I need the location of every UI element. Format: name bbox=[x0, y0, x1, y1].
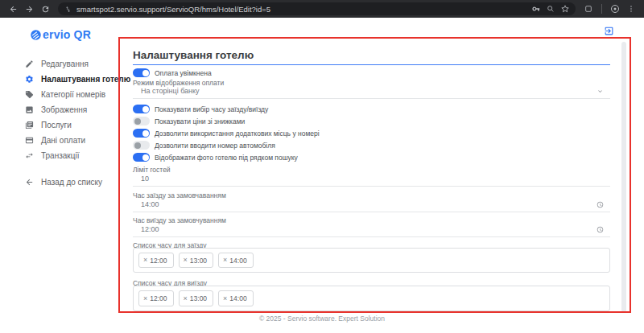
sidebar-item-edit[interactable]: Редагування bbox=[25, 56, 130, 72]
remove-chip-icon[interactable]: × bbox=[143, 257, 147, 264]
guest-limit-input[interactable]: 10 bbox=[133, 174, 610, 187]
time-chip: × 12:00 bbox=[138, 253, 174, 268]
toggle-row-extra-beds: Дозволити використання додаткових місць … bbox=[133, 129, 320, 138]
sidebar-item-label: Послуги bbox=[41, 121, 72, 130]
chip-label: 14:00 bbox=[229, 294, 246, 302]
back-arrow-icon bbox=[25, 178, 34, 187]
sidebar-item-transactions[interactable]: Транзакції bbox=[25, 148, 130, 163]
sidebar-item-label: Назад до списку bbox=[41, 178, 102, 187]
clock-icon[interactable] bbox=[597, 226, 604, 236]
default-checkout-value: 12:00 bbox=[141, 225, 159, 233]
guest-limit-value: 10 bbox=[141, 175, 149, 183]
default-checkout-label: Час виїзду за замовчуванням bbox=[133, 216, 226, 224]
sidebar-item-hotel-settings[interactable]: Налаштування готелю bbox=[25, 72, 130, 87]
chip-label: 13:00 bbox=[190, 294, 207, 302]
site-info-icon[interactable] bbox=[64, 6, 72, 13]
checkout-times-box[interactable]: × 12:00 × 13:00 × 14:00 bbox=[133, 286, 610, 311]
sidebar-item-back-to-list[interactable]: Назад до списку bbox=[25, 175, 130, 190]
chip-label: 12:00 bbox=[150, 257, 167, 265]
remove-chip-icon[interactable]: × bbox=[184, 257, 188, 264]
logo-text: ervio QR bbox=[43, 28, 91, 41]
guest-limit-label: Ліміт гостей bbox=[133, 166, 171, 174]
time-chip: × 12:00 bbox=[138, 290, 174, 306]
time-chip: × 13:00 bbox=[179, 290, 214, 306]
back-icon[interactable] bbox=[6, 2, 19, 15]
extra-beds-toggle[interactable] bbox=[133, 129, 150, 138]
toggle-label: Оплата увімкнена bbox=[155, 69, 212, 77]
show-checkin-time-toggle[interactable] bbox=[133, 105, 150, 113]
default-checkin-value: 14:00 bbox=[141, 200, 159, 208]
profile-avatar-icon[interactable] bbox=[609, 2, 621, 15]
reload-icon[interactable] bbox=[39, 2, 52, 15]
chevron-down-icon[interactable] bbox=[597, 88, 604, 98]
time-chip: × 13:00 bbox=[179, 253, 214, 268]
sidebar-item-label: Зображення bbox=[41, 105, 87, 114]
toggle-row-payment-enabled: Оплата увімкнена bbox=[133, 68, 212, 77]
services-icon bbox=[25, 121, 34, 130]
url-text[interactable]: smartspot2.servio.support/ServioQR/hms/H… bbox=[76, 5, 526, 14]
logo-s-icon bbox=[30, 29, 42, 41]
toggle-row-show-checkin-time: Показувати вибір часу заїзду/виїзду bbox=[133, 105, 268, 113]
sidebar: ervio QR Редагування Налаштування готелю… bbox=[0, 18, 121, 333]
payment-mode-value: На сторінці банку bbox=[141, 87, 200, 95]
sidebar-item-label: Дані оплати bbox=[41, 136, 85, 145]
browser-toolbar: smartspot2.servio.support/ServioQR/hms/H… bbox=[0, 0, 644, 18]
sidebar-menu: Редагування Налаштування готелю Категорі… bbox=[25, 56, 130, 190]
zoom-icon[interactable] bbox=[547, 5, 555, 13]
chip-label: 14:00 bbox=[229, 257, 246, 265]
remove-chip-icon[interactable]: × bbox=[223, 295, 227, 302]
passwords-key-icon[interactable] bbox=[532, 5, 540, 13]
time-chip: × 14:00 bbox=[218, 253, 254, 268]
default-checkout-input[interactable]: 12:00 bbox=[133, 224, 610, 237]
toggle-label: Показувати ціни зі знижками bbox=[155, 117, 245, 125]
default-checkin-input[interactable]: 14:00 bbox=[133, 199, 610, 212]
car-number-toggle[interactable] bbox=[133, 141, 150, 150]
toolbar-divider bbox=[601, 4, 602, 14]
forward-icon[interactable] bbox=[23, 2, 35, 15]
toggle-row-car-number: Дозволити вводити номер автомобіля bbox=[133, 141, 275, 150]
gear-icon bbox=[25, 75, 34, 84]
remove-chip-icon[interactable]: × bbox=[223, 257, 227, 264]
checkin-times-box[interactable]: × 12:00 × 13:00 × 14:00 bbox=[133, 248, 610, 273]
page-title: Налаштування готелю bbox=[133, 49, 610, 65]
toggle-row-show-discount-prices: Показувати ціни зі знижками bbox=[133, 117, 245, 125]
chip-label: 13:00 bbox=[190, 257, 207, 265]
default-checkin-label: Час заїзду за замовчаванням bbox=[133, 191, 226, 199]
bookmark-star-icon[interactable] bbox=[561, 5, 569, 13]
footer-copyright: © 2025 - Servio software. Expert Solutio… bbox=[0, 314, 644, 323]
pencil-icon bbox=[25, 60, 34, 68]
sidebar-item-label: Редагування bbox=[41, 60, 89, 68]
address-bar[interactable]: smartspot2.servio.support/ServioQR/hms/H… bbox=[58, 2, 576, 15]
remove-chip-icon[interactable]: × bbox=[184, 295, 188, 302]
show-discount-prices-toggle[interactable] bbox=[133, 117, 150, 125]
sidebar-item-services[interactable]: Послуги bbox=[25, 117, 130, 133]
menu-dots-icon[interactable] bbox=[625, 2, 638, 15]
clock-icon[interactable] bbox=[597, 201, 604, 212]
toggle-label: Відображати фото готелю під рядком пошук… bbox=[155, 154, 298, 162]
payment-mode-select[interactable]: На сторінці банку bbox=[133, 86, 610, 99]
toggle-label: Дозволити вводити номер автомобіля bbox=[155, 142, 275, 150]
payment-card-icon bbox=[25, 136, 34, 145]
toggle-row-hotel-photo: Відображати фото готелю під рядком пошук… bbox=[133, 153, 298, 162]
hotel-photo-toggle[interactable] bbox=[133, 153, 150, 162]
sidebar-item-payment-data[interactable]: Дані оплати bbox=[25, 133, 130, 148]
tag-icon bbox=[25, 90, 34, 99]
toggle-label: Дозволити використання додаткових місць … bbox=[155, 130, 320, 138]
toggle-label: Показувати вибір часу заїзду/виїзду bbox=[155, 105, 268, 113]
time-chip: × 14:00 bbox=[218, 290, 254, 306]
sidebar-item-label: Категорії номерів bbox=[41, 90, 105, 99]
logo[interactable]: ervio QR bbox=[0, 28, 121, 41]
page-scrollbar[interactable] bbox=[621, 42, 626, 312]
payment-enabled-toggle[interactable] bbox=[133, 68, 150, 77]
image-icon bbox=[25, 105, 34, 114]
transactions-icon bbox=[25, 151, 34, 160]
sidebar-item-label: Транзакції bbox=[41, 151, 79, 160]
remove-chip-icon[interactable]: × bbox=[143, 295, 147, 302]
logout-icon[interactable] bbox=[604, 25, 614, 35]
sidebar-item-label: Налаштування готелю bbox=[41, 75, 130, 84]
side-panel-icon[interactable] bbox=[582, 2, 595, 15]
sidebar-item-room-categories[interactable]: Категорії номерів bbox=[25, 87, 130, 102]
sidebar-item-images[interactable]: Зображення bbox=[25, 102, 130, 117]
chip-label: 12:00 bbox=[150, 294, 167, 302]
